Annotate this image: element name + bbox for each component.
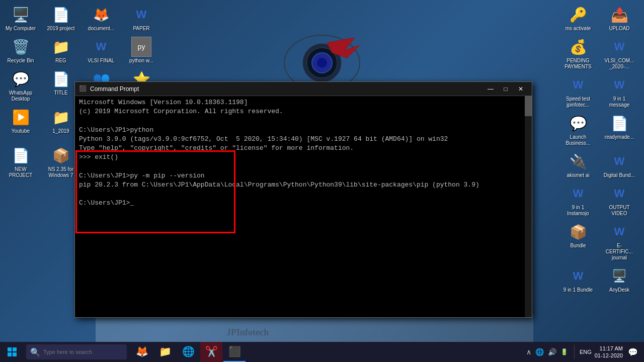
tray-network-icon[interactable]: 🌐 — [534, 347, 545, 357]
tray-time[interactable]: 11:17 AM 01-12-2020 — [595, 345, 623, 359]
desktop-icon-e-cert-journal[interactable]: W E-CERTIFIC... journal — [601, 220, 637, 263]
desktop-icon-recycle-bin[interactable]: 🗑️ Recycle Bin — [3, 35, 39, 66]
desktop: 🖥️ My Computer 📄 2019 project 🦊 document… — [0, 0, 644, 342]
desktop-icon-vlsi-final[interactable]: W VLSI FINAL — [83, 35, 119, 66]
desktop-icon-python-w[interactable]: py python w... — [123, 35, 159, 66]
search-icon: 🔍 — [30, 347, 40, 357]
desktop-icon-9in1-message[interactable]: W 9 in 1 message — [601, 73, 637, 110]
desktop-icon-document[interactable]: 🦊 document... — [83, 3, 119, 34]
banner-text: JPInfotech — [226, 327, 269, 338]
cmd-restore-button[interactable]: □ — [499, 83, 513, 95]
cmd-line-3 — [79, 116, 528, 125]
cmd-line-6: Type "help", "copyright", "credits" or "… — [79, 144, 528, 153]
desktop-icon-whatsapp[interactable]: 💬 WhatsApp Desktop — [3, 67, 39, 104]
taskbar-app-explorer[interactable]: 📁 — [154, 342, 176, 362]
cmd-minimize-button[interactable]: — — [484, 83, 498, 95]
cmd-line-9: C:\Users\JP1>py -m pip --version — [79, 171, 528, 180]
cmd-content[interactable]: Microsoft Windows [Version 10.0.18363.11… — [75, 96, 532, 317]
svg-rect-11 — [13, 352, 17, 356]
taskbar-apps: 🦊 📁 🌐 ✂️ ⬛ — [131, 342, 521, 362]
cmd-line-7: >>> exit() — [79, 153, 528, 162]
cmd-close-button[interactable]: ✕ — [514, 83, 528, 95]
windows-icon — [8, 347, 17, 356]
notification-icon[interactable]: 💬 — [626, 345, 640, 359]
desktop-icon-anydesk[interactable]: 🖥️ AnyDesk — [601, 264, 637, 295]
desktop-icon-readymade[interactable]: 📄 readymade... — [601, 111, 637, 148]
bottom-banner — [96, 314, 533, 342]
tray-lang-icon: ENG — [580, 349, 592, 355]
svg-rect-10 — [8, 352, 12, 356]
cmd-line-11 — [79, 190, 528, 199]
cmd-line-12: C:\Users\JP1>_ — [79, 199, 528, 208]
taskbar-tray: ∧ 🌐 🔊 🔋 ENG 11:17 AM 01-12-2020 💬 — [521, 345, 644, 359]
desktop-icon-new-project[interactable]: 📄 NEW PROJECT — [3, 143, 39, 180]
desktop-icon-1-2019[interactable]: 📁 1_2019 — [43, 105, 79, 142]
taskbar-app-firefox[interactable]: 🦊 — [131, 342, 153, 362]
tray-chevron[interactable]: ∧ — [525, 347, 532, 357]
tray-battery-icon[interactable]: 🔋 — [559, 347, 569, 356]
desktop-icon-upload[interactable]: 📤 UPLOAD — [601, 3, 637, 34]
desktop-icon-ns235[interactable]: 📦 NS 2.35 for Windows 7 — [43, 143, 79, 180]
taskbar-app-chrome[interactable]: 🌐 — [177, 342, 199, 362]
taskbar-app-capcut[interactable]: ✂️ — [200, 342, 222, 362]
desktop-icon-title[interactable]: 📄 TITLE — [43, 67, 79, 104]
desktop-icon-9in1-bundle[interactable]: W 9 in 1 Bundle — [560, 264, 596, 295]
tray-divider — [574, 345, 575, 359]
desktop-icons-right: 🔑 ms activate 📤 UPLOAD 💰 PENDING PAYMENT… — [560, 3, 641, 295]
cmd-icon: ⬛ — [79, 85, 87, 93]
desktop-icon-vlsi-com[interactable]: W VLSI_COM... _2020-... — [601, 35, 637, 72]
taskbar-search[interactable]: 🔍 — [26, 344, 127, 359]
cmd-line-1: Microsoft Windows [Version 10.0.18363.11… — [79, 98, 528, 107]
desktop-icon-9in1-instamojo[interactable]: W 9 in 1 Instamojo — [560, 182, 596, 219]
cmd-line-4: C:\Users\JP1>python — [79, 126, 528, 135]
svg-point-4 — [317, 58, 327, 68]
desktop-icon-2019-project[interactable]: 📄 2019 project — [43, 3, 79, 34]
desktop-icon-ms-activate[interactable]: 🔑 ms activate — [560, 3, 596, 34]
desktop-icon-youtube[interactable]: ▶️ Youtube — [3, 105, 39, 142]
taskbar: 🔍 🦊 📁 🌐 ✂️ ⬛ ∧ 🌐 🔊 🔋 ENG 11:17 AM 01-12-… — [0, 342, 644, 362]
cmd-title: Command Prompt — [90, 85, 484, 93]
desktop-icon-digital-bundle[interactable]: W Digital Bund... — [601, 149, 637, 180]
tray-time-display: 11:17 AM — [600, 345, 623, 352]
start-button[interactable] — [0, 342, 24, 362]
desktop-icon-my-computer[interactable]: 🖥️ My Computer — [3, 3, 39, 34]
tray-lang: ENG — [580, 349, 592, 355]
cmd-window: ⬛ Command Prompt — □ ✕ Microsoft Windows… — [74, 81, 532, 318]
search-input[interactable] — [43, 349, 119, 355]
cmd-line-5: Python 3.9.0 (tags/v3.9.0:9cf6752, Oct 5… — [79, 135, 528, 144]
cmd-line-2: (c) 2019 Microsoft Corporation. All righ… — [79, 107, 528, 116]
cmd-controls: — □ ✕ — [484, 83, 528, 95]
cmd-line-10: pip 20.2.3 from C:\Users\JP1\AppData\Loc… — [79, 180, 528, 190]
tray-icons: ∧ 🌐 🔊 🔋 — [525, 347, 569, 357]
cmd-scrollbar-thumb[interactable] — [525, 96, 532, 116]
desktop-icon-paper[interactable]: W PAPER — [123, 3, 159, 34]
tray-speaker-icon[interactable]: 🔊 — [547, 347, 557, 357]
taskbar-app-cmd[interactable]: ⬛ — [223, 342, 246, 362]
desktop-icon-output-video[interactable]: W OUTPUT VIDEO — [601, 182, 637, 219]
tray-date-display: 01-12-2020 — [595, 352, 623, 359]
desktop-icon-akismet[interactable]: 🔌 akismet ai — [560, 149, 596, 180]
desktop-icon-bundle[interactable]: 📦 Bundle — [560, 220, 596, 263]
cmd-scrollbar[interactable] — [525, 96, 532, 317]
desktop-icon-launch-business[interactable]: 💬 Launch Business... — [560, 111, 596, 148]
desktop-icon-reg[interactable]: 📁 REG — [43, 35, 79, 66]
cmd-titlebar: ⬛ Command Prompt — □ ✕ — [75, 82, 532, 96]
svg-rect-9 — [13, 347, 17, 351]
desktop-icon-speed-test[interactable]: W Speed test jpinfotec... — [560, 73, 596, 110]
desktop-icon-pending-payments[interactable]: 💰 PENDING PAYMENTS — [560, 35, 596, 72]
svg-rect-8 — [8, 347, 12, 351]
cmd-line-8 — [79, 162, 528, 171]
